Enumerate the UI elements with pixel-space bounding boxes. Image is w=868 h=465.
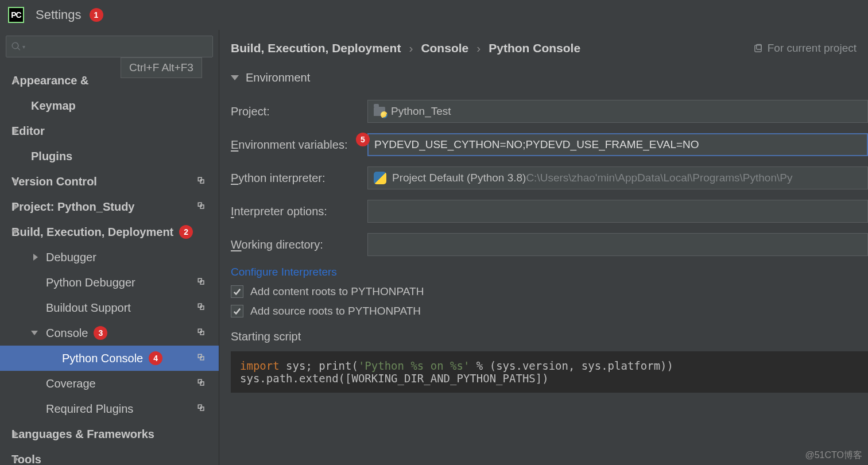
chevron-right-icon xyxy=(14,178,18,185)
tree-node-coverage[interactable]: Coverage xyxy=(0,371,219,396)
tree-node-required-plugins[interactable]: Required Plugins xyxy=(0,396,219,421)
scope-icon xyxy=(197,303,207,313)
working-directory-label: Working directory: xyxy=(231,238,367,251)
annotation-badge-1: 1 xyxy=(90,8,103,22)
titlebar: Settings 1 xyxy=(0,0,868,30)
python-interpreter-field[interactable]: Project Default (Python 3.8) C:\Users\zh… xyxy=(367,166,868,189)
scope-icon xyxy=(753,44,763,53)
scope-icon xyxy=(197,378,207,389)
check-icon xyxy=(233,288,241,296)
tree-node-tools[interactable]: Tools xyxy=(0,447,219,465)
search-input[interactable]: ▾ xyxy=(6,36,213,57)
shortcut-tooltip: Ctrl+F Alt+F3 xyxy=(121,57,202,78)
scope-icon xyxy=(197,328,207,338)
watermark: @51CTO博客 xyxy=(805,450,862,462)
env-variables-row: Environment variables: 5 PYDEVD_USE_CYTH… xyxy=(231,128,868,161)
breadcrumb-c: Python Console xyxy=(489,41,580,55)
interpreter-options-row: Interpreter options: xyxy=(231,195,868,228)
annotation-badge-4: 4 xyxy=(149,351,162,365)
python-icon xyxy=(374,172,386,184)
scope-indicator: For current project xyxy=(753,42,857,55)
tree-node-keymap[interactable]: Keymap xyxy=(0,93,219,118)
breadcrumb-sep: › xyxy=(476,41,480,55)
chevron-right-icon xyxy=(14,203,18,210)
settings-tree: Appearance &KeymapEditorPluginsVersion C… xyxy=(0,68,219,465)
pycharm-icon xyxy=(8,7,24,23)
starting-script-label: Starting script xyxy=(231,330,868,343)
working-directory-row: Working directory: xyxy=(231,228,868,261)
tree-node-editor[interactable]: Editor xyxy=(0,118,219,144)
chevron-right-icon xyxy=(14,127,18,134)
annotation-badge-2: 2 xyxy=(179,225,193,239)
annotation-badge-5: 5 xyxy=(356,133,370,146)
tree-node-buildout-support[interactable]: Buildout Support xyxy=(0,295,219,320)
project-label: Project: xyxy=(231,105,367,118)
python-interpreter-label: Python interpreter: xyxy=(231,172,367,185)
breadcrumb-b[interactable]: Console xyxy=(421,41,468,55)
chevron-right-icon xyxy=(33,254,38,261)
tree-node-python-debugger[interactable]: Python Debugger xyxy=(0,270,219,295)
working-directory-field[interactable] xyxy=(367,233,868,256)
scope-icon xyxy=(197,404,207,414)
scope-icon xyxy=(197,176,207,187)
chevron-down-icon xyxy=(31,331,38,335)
interpreter-options-label: Interpreter options: xyxy=(231,205,367,218)
starting-script-editor[interactable]: import sys; print('Python %s on %s' % (s… xyxy=(231,351,868,393)
tree-node-project-python-study[interactable]: Project: Python_Study xyxy=(0,194,219,219)
breadcrumb-sep: › xyxy=(409,41,413,55)
configure-interpreters-link[interactable]: Configure Interpreters xyxy=(231,266,337,278)
search-dropdown-caret: ▾ xyxy=(22,44,25,50)
tree-node-version-control[interactable]: Version Control xyxy=(0,169,219,194)
annotation-badge-3: 3 xyxy=(94,326,107,340)
check-icon xyxy=(233,307,241,315)
main-panel: Build, Execution, Deployment › Console ›… xyxy=(219,30,868,465)
add-content-roots-checkbox[interactable] xyxy=(231,285,243,298)
breadcrumb-a[interactable]: Build, Execution, Deployment xyxy=(231,41,401,55)
scope-icon xyxy=(197,277,207,288)
scope-icon xyxy=(197,353,207,363)
add-source-roots-checkbox[interactable] xyxy=(231,305,243,317)
add-content-roots-row[interactable]: Add content roots to PYTHONPATH xyxy=(231,285,868,298)
tree-node-build-execution-deployment[interactable]: Build, Execution, Deployment2 xyxy=(0,219,219,245)
chevron-down-icon xyxy=(231,75,239,80)
window-title: Settings xyxy=(36,7,82,22)
env-variables-label: Environment variables: 5 xyxy=(231,138,367,152)
tree-node-python-console[interactable]: Python Console4 xyxy=(0,346,219,371)
tree-node-plugins[interactable]: Plugins xyxy=(0,144,219,169)
chevron-down-icon xyxy=(11,230,18,234)
python-interpreter-row: Python interpreter: Project Default (Pyt… xyxy=(231,161,868,195)
project-row: Project: Python_Test xyxy=(231,95,868,128)
folder-python-icon xyxy=(374,107,385,116)
chevron-right-icon xyxy=(14,431,18,437)
chevron-right-icon xyxy=(14,456,18,463)
interpreter-options-field[interactable] xyxy=(367,200,868,223)
tree-node-debugger[interactable]: Debugger xyxy=(0,245,219,270)
breadcrumb: Build, Execution, Deployment › Console ›… xyxy=(231,41,580,55)
add-source-roots-row[interactable]: Add source roots to PYTHONPATH xyxy=(231,305,868,317)
chevron-right-icon xyxy=(14,77,18,84)
environment-section-header[interactable]: Environment xyxy=(231,71,868,84)
tree-node-console[interactable]: Console3 xyxy=(0,320,219,346)
settings-sidebar: ▾ Ctrl+F Alt+F3 Appearance &KeymapEditor… xyxy=(0,30,219,465)
svg-rect-16 xyxy=(755,45,761,51)
tree-node-languages-frameworks[interactable]: Languages & Frameworks xyxy=(0,421,219,447)
project-field[interactable]: Python_Test xyxy=(367,100,868,123)
scope-icon xyxy=(197,202,207,212)
search-icon xyxy=(11,41,21,52)
env-variables-field[interactable]: PYDEVD_USE_CYTHON=NO;PYDEVD_USE_FRAME_EV… xyxy=(367,133,868,156)
